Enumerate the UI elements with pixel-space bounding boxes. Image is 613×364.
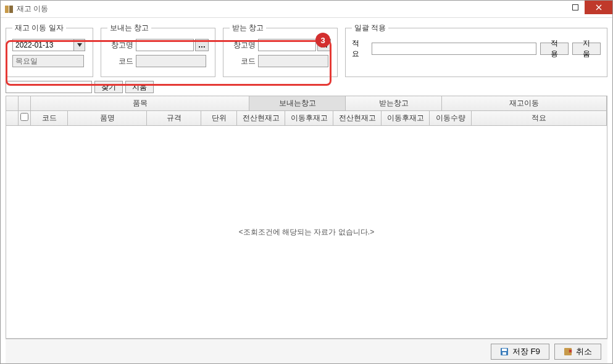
recv-name-input[interactable]	[258, 39, 316, 51]
search-bar: 찾기 지움	[6, 81, 607, 93]
find-button[interactable]: 찾기	[94, 81, 123, 93]
save-icon	[500, 347, 509, 356]
grid-col-stock2[interactable]: 전산현재고	[333, 111, 382, 125]
grid-col-code[interactable]: 코드	[31, 111, 68, 125]
grid-col-after2[interactable]: 이동후재고	[382, 111, 430, 125]
grid-column-header: 코드 품명 규격 단위 전산현재고 이동후재고 전산현재고 이동후재고 이동수량…	[6, 111, 607, 126]
grid-group-header: 품목 보내는창고 받는창고 재고이동	[6, 96, 607, 111]
titlebar: 재고 이동	[1, 1, 612, 18]
cancel-icon	[564, 347, 572, 356]
footer-bar: 저장 F9 취소	[6, 339, 607, 363]
grid-col-unit[interactable]: 단위	[201, 111, 237, 125]
grid-body: <조회조건에 해당되는 자료가 없습니다.>	[6, 126, 607, 338]
svg-rect-8	[502, 352, 506, 355]
grid-col-stock1[interactable]: 전산현재고	[237, 111, 285, 125]
apply-button[interactable]: 적용	[540, 43, 569, 55]
send-name-lookup-icon[interactable]: …	[195, 39, 209, 51]
annotation-callout: 3	[315, 33, 330, 48]
app-window: 재고 이동 재고 이동 일자	[0, 0, 613, 364]
send-code-label: 코드	[107, 56, 133, 67]
save-button[interactable]: 저장 F9	[491, 344, 549, 360]
grid-col-after1[interactable]: 이동후재고	[285, 111, 333, 125]
svg-rect-7	[502, 349, 507, 351]
recv-legend: 받는 창고	[230, 23, 266, 33]
app-icon	[4, 4, 14, 14]
grid-col-memo[interactable]: 적요	[472, 111, 607, 125]
grid-col-check2[interactable]	[19, 111, 31, 125]
recv-name-label: 창고명	[230, 40, 256, 51]
cancel-button-label: 취소	[576, 346, 592, 357]
filter-panel: 재고 이동 일자 보내는 창고 창고명	[6, 23, 607, 77]
search-input[interactable]	[6, 81, 92, 93]
grid-group-recv: 받는창고	[346, 96, 442, 110]
svg-rect-0	[5, 6, 9, 13]
save-button-label: 저장 F9	[512, 346, 540, 357]
send-legend: 보내는 창고	[107, 23, 151, 33]
grid-group-move: 재고이동	[442, 96, 607, 110]
date-combo[interactable]	[12, 39, 85, 51]
grid-group-item: 품목	[31, 96, 249, 110]
window-title: 재고 이동	[17, 4, 566, 14]
recv-code-input	[258, 55, 328, 67]
recv-warehouse-group: 받는 창고 창고명 … 코드	[223, 23, 338, 77]
cancel-button[interactable]: 취소	[554, 344, 601, 360]
summary-label: 적요	[352, 38, 367, 59]
callout-number: 3	[320, 36, 325, 45]
content-area: 재고 이동 일자 보내는 창고 창고명	[1, 18, 612, 363]
grid-col-name[interactable]: 품명	[68, 111, 147, 125]
data-grid: 품목 보내는창고 받는창고 재고이동 코드 품명 규격 단위 전산현재고 이동후…	[6, 96, 607, 339]
send-code-input	[136, 55, 206, 67]
date-input[interactable]	[12, 39, 74, 51]
batch-clear-button[interactable]: 지움	[572, 43, 601, 55]
grid-group-send: 보내는창고	[249, 96, 346, 110]
svg-rect-2	[573, 5, 578, 10]
date-group: 재고 이동 일자	[6, 23, 93, 77]
date-legend: 재고 이동 일자	[12, 23, 66, 33]
batch-apply-group: 일괄 적용 적요 적용 지움	[345, 23, 607, 77]
search-clear-button[interactable]: 지움	[125, 81, 154, 93]
batch-legend: 일괄 적용	[352, 23, 388, 33]
select-all-checkbox[interactable]	[20, 113, 28, 121]
grid-col-spec[interactable]: 규격	[147, 111, 201, 125]
send-name-input[interactable]	[136, 39, 194, 51]
send-warehouse-group: 보내는 창고 창고명 … 코드	[101, 23, 215, 77]
grid-col-rownum2	[6, 111, 19, 125]
grid-empty-message: <조회조건에 해당되는 자료가 없습니다.>	[239, 227, 374, 238]
window-controls	[566, 1, 612, 17]
close-button[interactable]	[585, 1, 612, 14]
svg-marker-5	[77, 43, 82, 47]
send-name-label: 창고명	[107, 40, 133, 51]
day-display	[12, 55, 84, 67]
summary-input[interactable]	[372, 43, 536, 55]
grid-col-check	[19, 96, 31, 110]
date-dropdown-icon[interactable]	[74, 39, 85, 51]
maximize-button[interactable]	[566, 1, 585, 14]
svg-rect-1	[9, 6, 13, 13]
grid-col-rownum	[6, 96, 19, 110]
recv-code-label: 코드	[230, 56, 256, 67]
grid-col-qty[interactable]: 이동수량	[430, 111, 472, 125]
